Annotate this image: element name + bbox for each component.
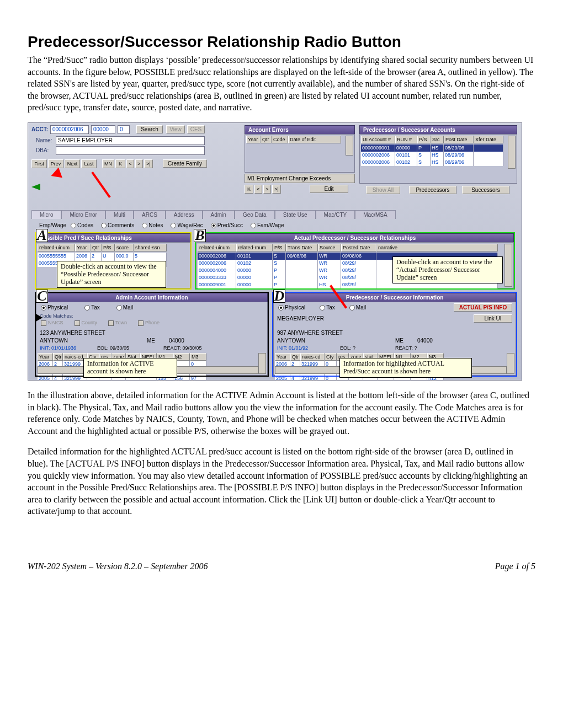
mini-nav: MN K < > >|	[102, 159, 153, 168]
nav-prev[interactable]: Prev	[48, 159, 63, 168]
radio-famwage[interactable]: Fam/Wage	[251, 222, 284, 228]
admin-eol: EOL: 09/30/05	[97, 345, 129, 351]
table-row[interactable]: 000555555520062U000.05	[38, 253, 167, 260]
psinfo-radio-mail[interactable]: Mail	[349, 304, 366, 311]
admin-tooltip: Information for ACTIVE account is shown …	[83, 358, 177, 378]
name-field[interactable]	[56, 136, 205, 145]
nav-lt[interactable]: <	[126, 159, 134, 168]
tab-macmsa[interactable]: Mac/MSA	[355, 210, 395, 219]
psinfo-radio-physical[interactable]: Physical	[278, 304, 305, 311]
err-nav-first[interactable]: K	[245, 185, 253, 194]
acct-ui-field[interactable]	[50, 125, 89, 134]
psinfo-zip: 04000	[417, 338, 433, 344]
psinfo-eol: EOL: ?	[340, 345, 355, 351]
radio-codes[interactable]: Codes	[71, 222, 93, 228]
chk-naics: NAICS	[41, 320, 63, 326]
nav-gt[interactable]: >	[135, 159, 143, 168]
tab-address[interactable]: Address	[166, 210, 203, 219]
search-button[interactable]: Search	[136, 125, 163, 133]
psinfo-header: Predecessor / Successor Information	[273, 293, 516, 302]
predecessors-button[interactable]: Predecessors	[409, 186, 456, 194]
psinfo-react: REACT: ?	[395, 345, 417, 351]
arrow-c-icon	[36, 314, 43, 322]
admin-radio-mail[interactable]: Mail	[116, 304, 133, 311]
nav-mn[interactable]: MN	[102, 159, 114, 168]
acct-third-field[interactable]	[118, 125, 130, 134]
errors-scroll[interactable]	[346, 136, 353, 156]
possible-header: Possible Pred / Succ Relationships	[36, 233, 190, 243]
admin-zip: 04000	[169, 338, 184, 344]
tab-multi[interactable]: Multi	[105, 210, 134, 219]
err-nav-last[interactable]: >|	[272, 185, 281, 194]
actual-header: Actual Predecessor / Successor Relations…	[196, 233, 514, 243]
psinfo-state: ME	[395, 338, 403, 344]
psinfo-tooltip: Information for highlighted ACTUAL Pred/…	[339, 358, 472, 378]
nav-next[interactable]: Next	[65, 159, 80, 168]
admin-scroll-v[interactable]	[258, 353, 266, 374]
psinfo-init: INIT: 01/01/92	[277, 345, 308, 351]
psinfo-addr1: 987 ANYWHERE STREET	[277, 330, 343, 336]
admin-header: Admin Account Information	[36, 293, 268, 302]
successors-button[interactable]: Successors	[462, 186, 509, 194]
link-ui-button[interactable]: Link UI	[474, 314, 512, 323]
edit-button[interactable]: Edit	[310, 185, 348, 193]
actual-scroll[interactable]	[504, 244, 512, 287]
admin-radio-tax[interactable]: Tax	[84, 304, 100, 311]
psinfo-city: ANYTOWN	[277, 338, 305, 344]
nav-k[interactable]: K	[115, 159, 125, 168]
marker-b: B	[194, 229, 206, 242]
paragraph-2: Detailed information for the highlighted…	[28, 446, 535, 517]
tab-maccty[interactable]: Mac/CTY	[316, 210, 355, 219]
admin-radio-physical[interactable]: Physical	[41, 304, 68, 311]
radio-predsucc[interactable]: Pred/Succ	[211, 222, 243, 228]
radio-comments[interactable]: Comments	[101, 222, 134, 228]
possible-tooltip: Double-click an account to view the “Pos…	[57, 261, 166, 288]
tab-geodata[interactable]: Geo Data	[235, 210, 275, 219]
view-button[interactable]: View	[166, 125, 185, 133]
record-nav: First Prev Next Last	[31, 159, 97, 168]
tabs: MicroMicro ErrorMultiARCSAddressAdminGeo…	[31, 210, 396, 219]
show-all-button[interactable]: Show All	[366, 186, 400, 194]
psacct-scroll[interactable]	[508, 136, 516, 169]
name-label: Name:	[36, 137, 52, 143]
dba-label: DBA:	[36, 147, 49, 153]
table-row[interactable]: 000000200600101SHS08/29/06	[361, 152, 503, 159]
tab-microerror[interactable]: Micro Error	[61, 210, 105, 219]
marker-a: A	[36, 229, 48, 242]
err-nav-gt[interactable]: >	[263, 185, 271, 194]
page-footer: WIN-202 System – Version 8.2.0 – Septemb…	[28, 561, 535, 571]
acct-run-field[interactable]	[91, 125, 115, 134]
nav-end[interactable]: >|	[144, 159, 153, 168]
err-nav-lt[interactable]: <	[254, 185, 262, 194]
tab-stateuse[interactable]: State Use	[275, 210, 316, 219]
tab-micro[interactable]: Micro	[31, 210, 61, 219]
psinfo-scroll-v[interactable]	[507, 353, 514, 374]
create-family-button[interactable]: Create Family	[163, 159, 207, 168]
footer-left: WIN-202 System – Version 8.2.0 – Septemb…	[28, 561, 208, 571]
page-title: Predecessor/Successor Relationship Radio…	[28, 33, 535, 51]
screenshot: ACCT: Search View CES Name: DBA: First P…	[28, 122, 522, 381]
radio-notes[interactable]: Notes	[142, 222, 163, 228]
marker-d: D	[273, 290, 285, 303]
paragraph-1: In the illustration above, detailed info…	[28, 389, 535, 437]
ps-accounts-panel: UI Account # RUN # P/S Src Post Date Xfe…	[359, 134, 517, 184]
error-message: M1 Employment Change Exceeds	[245, 174, 355, 183]
psinfo-radio-tax[interactable]: Tax	[320, 304, 335, 311]
tab-arcs[interactable]: ARCS	[134, 210, 166, 219]
actual-tooltip: Double-click an account to view the “Act…	[392, 256, 503, 283]
nav-last[interactable]: Last	[81, 159, 97, 168]
ps-accounts-header: Predecessor / Successor Accounts	[359, 125, 517, 135]
errors-cols: Year Qtr Code Date of Edit	[246, 136, 341, 143]
admin-city: ANYTOWN	[40, 338, 68, 344]
nav-first[interactable]: First	[31, 159, 47, 168]
intro-paragraph: The “Pred/Succ” radio button displays ‘p…	[28, 54, 535, 114]
table-row[interactable]: 000000200600102SHS08/29/06	[361, 159, 503, 166]
arrow-green-icon	[31, 184, 40, 190]
ces-button[interactable]: CES	[187, 125, 205, 133]
dba-field[interactable]	[56, 146, 205, 155]
admin-init: INIT: 01/01/1936	[40, 345, 76, 351]
table-row[interactable]: 000000900100000PHS08/29/06	[361, 144, 503, 152]
actual-ps-info-button[interactable]: ACTUAL P/S INFO	[454, 303, 512, 312]
admin-addr1: 123 ANYWHERE STREET	[40, 330, 105, 336]
tab-admin[interactable]: Admin	[203, 210, 235, 219]
